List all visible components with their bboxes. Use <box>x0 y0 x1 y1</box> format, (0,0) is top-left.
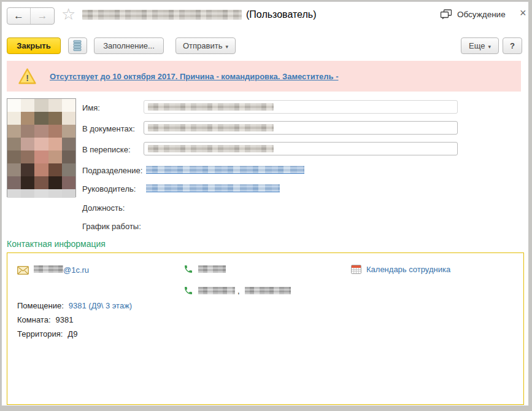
chat-icon <box>440 9 452 20</box>
close-window-icon[interactable]: × <box>516 6 530 21</box>
room-number-label: Комната: <box>17 315 51 324</box>
correspondence-label: В переписке: <box>82 145 131 154</box>
phone-icon <box>183 264 193 274</box>
calendar-row[interactable]: Календарь сотрудника <box>351 264 450 274</box>
absence-warning-banner: ! Отсутствует до 10 октября 2017. Причин… <box>7 61 521 92</box>
redacted-phone <box>245 287 291 294</box>
svg-text:!: ! <box>26 73 29 83</box>
room-number-value: 9381 <box>56 315 74 324</box>
room-row: Помещение: 9381 (Д9\ 3 этаж) <box>17 301 132 310</box>
redacted-link <box>146 166 304 174</box>
contacts-section-title: Контактная информация <box>7 239 106 249</box>
fill-button[interactable]: Заполнение... <box>94 37 164 54</box>
redacted-phone <box>198 287 235 294</box>
manager-link[interactable] <box>146 184 280 195</box>
phone-row-1 <box>183 264 226 274</box>
redacted-link <box>146 184 280 192</box>
window-title: (Пользователь) <box>82 9 316 20</box>
correspondence-input[interactable] <box>144 142 458 155</box>
stacked-list-icon <box>73 40 82 52</box>
help-button[interactable]: ? <box>503 37 522 54</box>
name-input[interactable] <box>144 100 458 114</box>
change-history-button[interactable] <box>68 37 87 54</box>
discussion-button[interactable]: Обсуждение <box>440 9 506 20</box>
name-label: Имя: <box>82 103 100 112</box>
redacted-value <box>148 145 274 152</box>
chevron-down-icon: ▾ <box>488 44 491 50</box>
absence-link[interactable]: Отсутствует до 10 октября 2017. Причина … <box>50 72 338 81</box>
favorite-star-icon[interactable]: ☆ <box>61 6 75 23</box>
email-link: @1c.ru <box>63 265 89 275</box>
documents-input[interactable] <box>144 121 458 135</box>
redacted-email-prefix <box>34 265 63 273</box>
calendar-icon <box>351 264 361 274</box>
department-link[interactable] <box>146 165 304 176</box>
redacted-phone <box>198 265 226 273</box>
send-button-label: Отправить <box>183 41 222 50</box>
profile-photo <box>7 98 76 197</box>
close-form-button[interactable]: Закрыть <box>7 37 61 54</box>
send-button[interactable]: Отправить ▾ <box>175 37 236 54</box>
schedule-label: График работы: <box>82 222 141 231</box>
contacts-panel: @1c.ru Календарь сотрудника , <box>7 252 524 405</box>
warning-icon: ! <box>18 68 37 85</box>
room-number-row: Комната: 9381 <box>17 315 73 324</box>
manager-label: Руководитель: <box>82 184 136 194</box>
chevron-down-icon: ▾ <box>225 44 228 50</box>
territory-row: Территория: Д9 <box>17 329 77 339</box>
envelope-icon <box>17 266 29 275</box>
room-link[interactable]: 9381 (Д9\ 3 этаж) <box>69 301 132 310</box>
title-suffix: (Пользователь) <box>246 9 316 20</box>
discussion-label: Обсуждение <box>457 10 506 19</box>
employee-calendar-link: Календарь сотрудника <box>366 265 450 274</box>
redacted-value <box>148 103 274 111</box>
position-label: Должность: <box>82 203 125 213</box>
phone-row-2: , <box>183 286 291 296</box>
back-button[interactable]: ← <box>7 8 31 24</box>
history-nav: ← → <box>7 7 55 25</box>
email-row[interactable]: @1c.ru <box>17 265 89 275</box>
territory-label: Территория: <box>17 329 63 339</box>
documents-label: В документах: <box>82 124 135 133</box>
redacted-user-name <box>82 10 242 20</box>
forward-button[interactable]: → <box>31 8 54 24</box>
more-button-label: Еще <box>469 41 485 50</box>
redacted-value <box>148 124 274 131</box>
territory-value: Д9 <box>67 329 77 339</box>
phone-separator: , <box>237 286 240 296</box>
more-button[interactable]: Еще ▾ <box>461 37 499 54</box>
department-label: Подразделение: <box>82 166 142 175</box>
room-label: Помещение: <box>17 301 64 310</box>
user-card-window: ← → ☆ (Пользователь) Обсуждение × Закрыт… <box>1 1 529 406</box>
phone-icon <box>183 286 193 296</box>
